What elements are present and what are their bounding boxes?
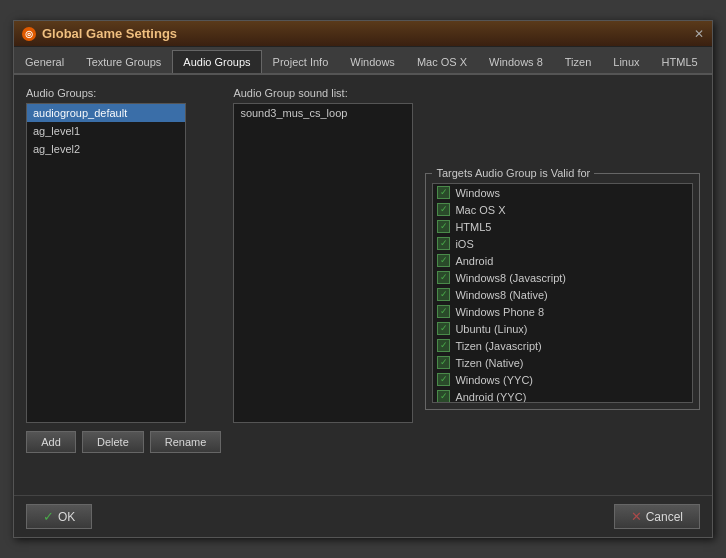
target-item-windows[interactable]: ✓ Windows bbox=[433, 184, 692, 201]
audio-groups-label: Audio Groups: bbox=[26, 87, 221, 99]
tab-windows8[interactable]: Windows 8 bbox=[478, 50, 554, 73]
checkmark: ✓ bbox=[440, 273, 448, 282]
target-item-windows-yyc[interactable]: ✓ Windows (YYC) bbox=[433, 371, 692, 388]
tab-linux[interactable]: Linux bbox=[602, 50, 650, 73]
tab-project-info[interactable]: Project Info bbox=[262, 50, 340, 73]
target-item-ios[interactable]: ✓ iOS bbox=[433, 235, 692, 252]
checkmark: ✓ bbox=[440, 239, 448, 248]
target-item-windows8-js[interactable]: ✓ Windows8 (Javascript) bbox=[433, 269, 692, 286]
target-item-ubuntu[interactable]: ✓ Ubuntu (Linux) bbox=[433, 320, 692, 337]
list-item[interactable]: sound3_mus_cs_loop bbox=[234, 104, 412, 122]
global-game-settings-window: ◎ Global Game Settings ✕ General Texture… bbox=[13, 20, 713, 538]
target-label: Windows Phone 8 bbox=[455, 306, 544, 318]
target-item-html5[interactable]: ✓ HTML5 bbox=[433, 218, 692, 235]
target-label: Ubuntu (Linux) bbox=[455, 323, 527, 335]
cancel-label: Cancel bbox=[646, 510, 683, 524]
title-bar-left: ◎ Global Game Settings bbox=[22, 26, 177, 41]
checkbox-windows-phone8[interactable]: ✓ bbox=[437, 305, 450, 318]
sound-list-label: Audio Group sound list: bbox=[233, 87, 413, 99]
right-section: Targets Audio Group is Valid for ✓ Windo… bbox=[425, 87, 700, 453]
tab-general[interactable]: General bbox=[14, 50, 75, 73]
cancel-button[interactable]: ✕ Cancel bbox=[614, 504, 700, 529]
delete-button[interactable]: Delete bbox=[82, 431, 144, 453]
checkmark: ✓ bbox=[440, 375, 448, 384]
tab-html5[interactable]: HTML5 bbox=[651, 50, 709, 73]
content-area: Audio Groups: audiogroup_default ag_leve… bbox=[14, 75, 712, 495]
title-bar: ◎ Global Game Settings ✕ bbox=[14, 21, 712, 47]
audio-groups-panel: Audio Groups: audiogroup_default ag_leve… bbox=[26, 87, 221, 453]
list-item[interactable]: ag_level2 bbox=[27, 140, 185, 158]
tab-audio-groups[interactable]: Audio Groups bbox=[172, 50, 261, 75]
list-item[interactable]: audiogroup_default bbox=[27, 104, 185, 122]
tab-ios[interactable]: iOS bbox=[709, 50, 712, 73]
checkbox-tizen-native[interactable]: ✓ bbox=[437, 356, 450, 369]
cancel-icon: ✕ bbox=[631, 509, 642, 524]
checkmark: ✓ bbox=[440, 256, 448, 265]
list-item[interactable]: ag_level1 bbox=[27, 122, 185, 140]
close-button[interactable]: ✕ bbox=[694, 27, 704, 41]
target-item-windows-phone8[interactable]: ✓ Windows Phone 8 bbox=[433, 303, 692, 320]
checkbox-windows8-native[interactable]: ✓ bbox=[437, 288, 450, 301]
checkmark: ✓ bbox=[440, 392, 448, 401]
checkbox-windows8-js[interactable]: ✓ bbox=[437, 271, 450, 284]
ok-button[interactable]: ✓ OK bbox=[26, 504, 92, 529]
checkbox-android[interactable]: ✓ bbox=[437, 254, 450, 267]
checkbox-ubuntu[interactable]: ✓ bbox=[437, 322, 450, 335]
target-item-android[interactable]: ✓ Android bbox=[433, 252, 692, 269]
checkbox-tizen-js[interactable]: ✓ bbox=[437, 339, 450, 352]
targets-list[interactable]: ✓ Windows ✓ Mac OS X ✓ HTML5 bbox=[432, 183, 693, 403]
targets-fieldset: Targets Audio Group is Valid for ✓ Windo… bbox=[425, 167, 700, 410]
checkmark: ✓ bbox=[440, 222, 448, 231]
tab-bar: General Texture Groups Audio Groups Proj… bbox=[14, 47, 712, 75]
main-layout: Audio Groups: audiogroup_default ag_leve… bbox=[26, 87, 700, 453]
tab-tizen[interactable]: Tizen bbox=[554, 50, 603, 73]
checkmark: ✓ bbox=[440, 188, 448, 197]
checkbox-android-yyc[interactable]: ✓ bbox=[437, 390, 450, 403]
ok-label: OK bbox=[58, 510, 75, 524]
targets-legend: Targets Audio Group is Valid for bbox=[432, 167, 594, 179]
audio-group-buttons: Add Delete Rename bbox=[26, 431, 221, 453]
checkbox-windows-yyc[interactable]: ✓ bbox=[437, 373, 450, 386]
target-item-android-yyc[interactable]: ✓ Android (YYC) bbox=[433, 388, 692, 403]
sound-list[interactable]: sound3_mus_cs_loop bbox=[233, 103, 413, 423]
sound-list-panel: Audio Group sound list: sound3_mus_cs_lo… bbox=[233, 87, 413, 453]
target-item-mac-os-x[interactable]: ✓ Mac OS X bbox=[433, 201, 692, 218]
checkmark: ✓ bbox=[440, 358, 448, 367]
checkbox-mac-os-x[interactable]: ✓ bbox=[437, 203, 450, 216]
target-label: Windows8 (Javascript) bbox=[455, 272, 566, 284]
target-label: Windows8 (Native) bbox=[455, 289, 547, 301]
window-title: Global Game Settings bbox=[42, 26, 177, 41]
tab-windows[interactable]: Windows bbox=[339, 50, 406, 73]
ok-icon: ✓ bbox=[43, 509, 54, 524]
target-label: HTML5 bbox=[455, 221, 491, 233]
audio-groups-list[interactable]: audiogroup_default ag_level1 ag_level2 bbox=[26, 103, 186, 423]
checkmark: ✓ bbox=[440, 307, 448, 316]
target-label: Android bbox=[455, 255, 493, 267]
checkmark: ✓ bbox=[440, 324, 448, 333]
tab-texture-groups[interactable]: Texture Groups bbox=[75, 50, 172, 73]
target-label: Windows (YYC) bbox=[455, 374, 533, 386]
target-label: Android (YYC) bbox=[455, 391, 526, 403]
checkbox-windows[interactable]: ✓ bbox=[437, 186, 450, 199]
target-label: Tizen (Native) bbox=[455, 357, 523, 369]
target-item-tizen-js[interactable]: ✓ Tizen (Javascript) bbox=[433, 337, 692, 354]
add-button[interactable]: Add bbox=[26, 431, 76, 453]
targets-wrapper: Targets Audio Group is Valid for ✓ Windo… bbox=[425, 167, 700, 410]
checkbox-html5[interactable]: ✓ bbox=[437, 220, 450, 233]
target-label: Windows bbox=[455, 187, 500, 199]
tab-mac-os-x[interactable]: Mac OS X bbox=[406, 50, 478, 73]
target-label: iOS bbox=[455, 238, 473, 250]
target-item-windows8-native[interactable]: ✓ Windows8 (Native) bbox=[433, 286, 692, 303]
checkmark: ✓ bbox=[440, 290, 448, 299]
checkbox-ios[interactable]: ✓ bbox=[437, 237, 450, 250]
target-label: Tizen (Javascript) bbox=[455, 340, 541, 352]
app-icon: ◎ bbox=[22, 27, 36, 41]
checkmark: ✓ bbox=[440, 341, 448, 350]
footer: ✓ OK ✕ Cancel bbox=[14, 495, 712, 537]
checkmark: ✓ bbox=[440, 205, 448, 214]
target-label: Mac OS X bbox=[455, 204, 505, 216]
target-item-tizen-native[interactable]: ✓ Tizen (Native) bbox=[433, 354, 692, 371]
rename-button[interactable]: Rename bbox=[150, 431, 222, 453]
